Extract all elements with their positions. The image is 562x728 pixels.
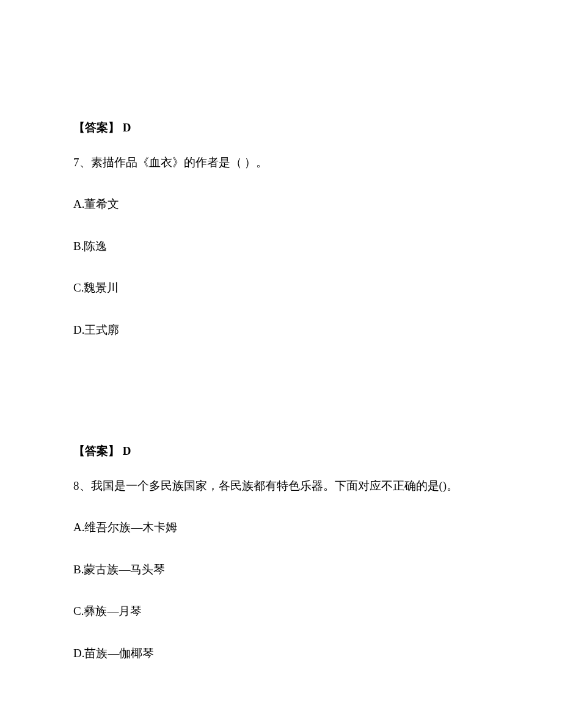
question-8-option-c: C.彝族—月琴 bbox=[73, 603, 489, 620]
question-7-option-b: B.陈逸 bbox=[73, 238, 489, 256]
question-8-option-d: D.苗族—伽椰琴 bbox=[73, 645, 489, 663]
answer-label-q7: 【答案】 D bbox=[73, 443, 489, 460]
question-8-option-a: A.维吾尔族—木卡姆 bbox=[73, 519, 489, 537]
answer-label-q6: 【答案】 D bbox=[73, 119, 489, 137]
question-8-stem: 8、我国是一个多民族国家，各民族都有特色乐器。下面对应不正确的是()。 bbox=[73, 477, 489, 495]
question-7-stem: 7、素描作品《血衣》的作者是（ ）。 bbox=[73, 154, 489, 172]
question-7-option-a: A.董希文 bbox=[73, 196, 489, 213]
question-8-option-b: B.蒙古族—马头琴 bbox=[73, 561, 489, 579]
page-content: 【答案】 D 7、素描作品《血衣》的作者是（ ）。 A.董希文 B.陈逸 C.魏… bbox=[0, 0, 562, 662]
question-7-option-c: C.魏景川 bbox=[73, 279, 489, 297]
question-7-option-d: D.王式廓 bbox=[73, 322, 489, 339]
